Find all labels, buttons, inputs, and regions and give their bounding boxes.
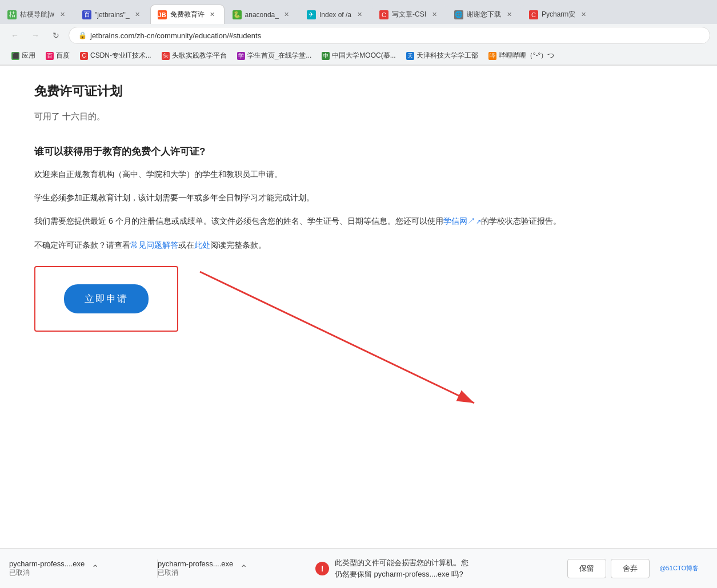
tab-favicon: C bbox=[529, 10, 538, 19]
tab-close-icon[interactable]: ✕ bbox=[579, 10, 588, 19]
bookmark-icon: 百 bbox=[46, 52, 54, 60]
para4-before: 不确定许可证条款？请查看 bbox=[34, 240, 130, 249]
bookmark-label: 天津科技大学学工部 bbox=[416, 51, 478, 61]
download-chevron-icon[interactable]: ⌃ bbox=[91, 563, 99, 574]
tab-favicon: ✈ bbox=[307, 10, 316, 19]
para3-before: 我们需要您提供最近 6 个月的注册信息或成绩单。该文件必须包含您的姓名、学生证号… bbox=[34, 216, 443, 225]
download-filename: pycharm-profess....exe bbox=[158, 559, 233, 568]
refresh-button[interactable]: ↻ bbox=[48, 27, 64, 43]
tab-tab1[interactable]: 桔 桔梗导航[w ✕ bbox=[0, 5, 74, 24]
download-bar: pycharm-profess....exe 已取消 ⌃ pycharm-pro… bbox=[0, 548, 717, 588]
warning-icon: ! bbox=[315, 562, 329, 575]
para4: 不确定许可证条款？请查看常见问题解答或在此处阅读完整条款。 bbox=[34, 238, 683, 252]
tab-favicon: 百 bbox=[82, 10, 91, 19]
tab-favicon: 🐍 bbox=[233, 10, 242, 19]
bookmark-label: CSDN-专业IT技术... bbox=[90, 51, 151, 61]
tab-tab3[interactable]: JB 免费教育许 ✕ bbox=[150, 5, 225, 24]
tab-title: 桔梗导航[w bbox=[20, 10, 54, 19]
para3-after: 的学校状态验证报告。 bbox=[481, 216, 561, 225]
warning-item: ! 此类型的文件可能会损害您的计算机。您 仍然要保留 pycharm-profe… bbox=[306, 557, 708, 579]
bookmark-icon: 头 bbox=[162, 52, 170, 60]
tab-tab7[interactable]: 🌐 谢谢您下载 ✕ bbox=[447, 5, 521, 24]
tab-title: 免费教育许 bbox=[170, 10, 205, 19]
faq-link[interactable]: 常见问题解答 bbox=[130, 240, 178, 249]
tab-close-icon[interactable]: ✕ bbox=[355, 10, 364, 19]
tab-title: "jetbrains"_ bbox=[95, 11, 130, 19]
bookmark-bm7[interactable]: 天 天津科技大学学工部 bbox=[402, 49, 483, 62]
download-status: 已取消 bbox=[9, 568, 85, 578]
warning-text: 此类型的文件可能会损害您的计算机。您 仍然要保留 pycharm-profess… bbox=[335, 557, 468, 579]
bookmark-icon: 哔 bbox=[488, 52, 496, 60]
bookmark-bm3[interactable]: C CSDN-专业IT技术... bbox=[75, 49, 156, 62]
bookmark-label: 头歌实践教学平台 bbox=[172, 51, 227, 61]
bookmark-label: 中国大学MOOC(慕... bbox=[332, 51, 395, 61]
page-title: 免费许可证计划 bbox=[34, 83, 683, 100]
tab-title: 写文章-CSI bbox=[392, 10, 426, 19]
address-bar: ← → ↻ 🔒 jetbrains.com/zh-cn/community/ed… bbox=[0, 24, 717, 47]
bookmark-bm1[interactable]: ⬛ 应用 bbox=[7, 49, 40, 62]
tab-bar: 桔 桔梗导航[w ✕ 百 "jetbrains"_ ✕ JB 免费教育许 ✕ 🐍… bbox=[0, 0, 717, 24]
bookmark-label: 应用 bbox=[22, 51, 35, 61]
download-chevron-icon[interactable]: ⌃ bbox=[240, 563, 247, 574]
bookmark-label: 哔哩哔哩（°-°）つ bbox=[499, 51, 555, 61]
para4-after: 阅读完整条款。 bbox=[210, 240, 266, 249]
tab-tab2[interactable]: 百 "jetbrains"_ ✕ bbox=[75, 5, 150, 24]
back-button[interactable]: ← bbox=[7, 27, 23, 43]
para4-mid: 或在 bbox=[178, 240, 194, 249]
bookmark-bm4[interactable]: 头 头歌实践教学平台 bbox=[157, 49, 231, 62]
bookmark-icon: 天 bbox=[406, 52, 414, 60]
bookmark-icon: C bbox=[80, 52, 88, 60]
download-info: pycharm-profess....exe 已取消 bbox=[158, 559, 233, 578]
forward-button[interactable]: → bbox=[27, 27, 43, 43]
highlight-box: 立即申请 bbox=[34, 266, 178, 332]
bookmark-icon: ⬛ bbox=[11, 52, 19, 60]
discard-button[interactable]: 舍弃 bbox=[611, 559, 650, 578]
warning-actions: 保留 舍弃 bbox=[567, 559, 650, 578]
tab-tab4[interactable]: 🐍 anaconda_ ✕ bbox=[225, 5, 299, 24]
tab-favicon: C bbox=[379, 10, 388, 19]
bookmark-icon: 学 bbox=[237, 52, 245, 60]
tab-close-icon[interactable]: ✕ bbox=[282, 10, 291, 19]
tab-close-icon[interactable]: ✕ bbox=[58, 10, 67, 19]
tab-favicon: 🌐 bbox=[454, 10, 463, 19]
action-area: 立即申请 bbox=[34, 266, 683, 332]
red-arrow bbox=[194, 255, 491, 414]
apply-button[interactable]: 立即申请 bbox=[64, 284, 149, 313]
tab-close-icon[interactable]: ✕ bbox=[208, 10, 217, 19]
tab-title: 谢谢您下载 bbox=[467, 10, 501, 19]
xuexin-link[interactable]: 学信网↗ bbox=[443, 216, 481, 225]
tab-tab6[interactable]: C 写文章-CSI ✕ bbox=[372, 5, 446, 24]
keep-button[interactable]: 保留 bbox=[567, 559, 606, 578]
tab-close-icon[interactable]: ✕ bbox=[430, 10, 439, 19]
para1: 欢迎来自正规教育机构（高中、学院和大学）的学生和教职员工申请。 bbox=[34, 167, 683, 182]
page-subtitle: 可用了 十六日的。 bbox=[34, 111, 683, 122]
download-status: 已取消 bbox=[158, 568, 233, 578]
tab-close-icon[interactable]: ✕ bbox=[504, 10, 514, 19]
bookmark-bm8[interactable]: 哔 哔哩哔哩（°-°）つ bbox=[484, 49, 559, 62]
download-filename: pycharm-profess....exe bbox=[9, 559, 85, 568]
tab-close-icon[interactable]: ✕ bbox=[133, 10, 142, 19]
download-info: pycharm-profess....exe 已取消 bbox=[9, 559, 85, 578]
warning-line2: 仍然要保留 pycharm-profess....exe 吗? bbox=[335, 569, 468, 580]
para3: 我们需要您提供最近 6 个月的注册信息或成绩单。该文件必须包含您的姓名、学生证号… bbox=[34, 214, 683, 228]
section-heading: 谁可以获得用于教育的免费个人许可证? bbox=[34, 145, 683, 158]
bookmark-bm5[interactable]: 学 学生首页_在线学堂... bbox=[233, 49, 317, 62]
tab-title: anaconda_ bbox=[245, 11, 279, 19]
watermark: @51CTO博客 bbox=[660, 564, 699, 573]
tab-tab5[interactable]: ✈ Index of /a ✕ bbox=[299, 5, 371, 24]
full-terms-link[interactable]: 此处 bbox=[194, 240, 210, 249]
lock-icon: 🔒 bbox=[78, 31, 87, 39]
bookmark-icon: 中 bbox=[322, 52, 330, 60]
bookmark-bm2[interactable]: 百 百度 bbox=[41, 49, 74, 62]
download-item-0: pycharm-profess....exe 已取消 ⌃ bbox=[9, 559, 158, 578]
tab-title: Pycharm安 bbox=[542, 10, 575, 19]
tab-favicon: JB bbox=[158, 10, 167, 19]
tab-favicon: 桔 bbox=[7, 10, 17, 19]
tab-title: Index of /a bbox=[319, 11, 351, 19]
tab-tab8[interactable]: C Pycharm安 ✕ bbox=[522, 5, 595, 24]
bookmarks-bar: ⬛ 应用 百 百度 C CSDN-专业IT技术... 头 头歌实践教学平台 学 … bbox=[0, 47, 717, 65]
page-content: 免费许可证计划 可用了 十六日的。 谁可以获得用于教育的免费个人许可证? 欢迎来… bbox=[0, 66, 717, 549]
bookmark-label: 百度 bbox=[56, 51, 70, 61]
bookmark-bm6[interactable]: 中 中国大学MOOC(慕... bbox=[317, 49, 400, 62]
url-bar[interactable]: 🔒 jetbrains.com/zh-cn/community/educatio… bbox=[69, 27, 710, 44]
